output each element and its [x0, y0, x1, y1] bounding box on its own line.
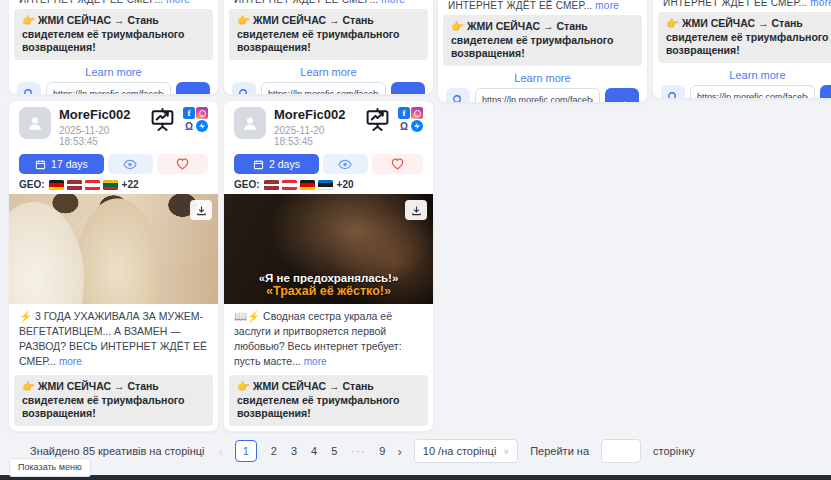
truncated-text-line: ИНТЕРНЕТ ЖДЁТ ЕЁ СМЕР... more: [9, 0, 218, 5]
creative-datetime: 2025-11-20 18:53:45: [59, 125, 141, 147]
page-1-current[interactable]: 1: [235, 440, 257, 462]
stats-board-icon[interactable]: [364, 107, 391, 132]
learn-more-link[interactable]: Learn more: [653, 69, 831, 81]
prev-page-button[interactable]: ‹: [219, 444, 223, 459]
card-actions: 2 days: [224, 154, 433, 174]
more-link[interactable]: more: [59, 356, 82, 367]
open-url-button[interactable]: →: [391, 82, 425, 95]
search-icon[interactable]: [446, 88, 470, 103]
landing-url-row: →: [653, 85, 831, 99]
days-active-button[interactable]: 2 days: [234, 154, 319, 174]
flag-at-icon: [85, 180, 100, 190]
landing-url-input[interactable]: [261, 82, 386, 95]
audience-network-icon[interactable]: Ω: [398, 120, 410, 132]
pagination: Знайдено 85 креативів на сторінці ‹ 1 2 …: [30, 437, 827, 465]
stats-board-icon[interactable]: [149, 107, 176, 132]
favorite-button[interactable]: [372, 154, 423, 174]
creative-datetime: 2025-11-20 18:53:45: [274, 125, 356, 147]
image-captions: «Я не предохранялась!» «Трахай её жёстко…: [224, 272, 433, 298]
download-image-button[interactable]: [405, 200, 427, 220]
avatar: [19, 107, 51, 139]
page-3[interactable]: 3: [291, 445, 297, 457]
landing-url-row: →: [9, 82, 218, 95]
facebook-icon[interactable]: f: [398, 107, 410, 119]
geo-row: GEO: +20: [224, 179, 433, 190]
page-2[interactable]: 2: [271, 445, 277, 457]
open-url-button[interactable]: →: [176, 82, 210, 95]
geo-flags: [264, 180, 333, 190]
instagram-icon[interactable]: [196, 107, 208, 119]
ad-image[interactable]: [9, 194, 218, 304]
truncated-text-line: ИНТЕРНЕТ ЖДЁТ ЕЁ СМЕР... more: [224, 0, 433, 5]
page-name: MoreFic002: [274, 107, 356, 122]
download-image-button[interactable]: [190, 200, 212, 220]
ad-card-partial: ИНТЕРНЕТ ЖДЁТ ЕЁ СМЕР... more 👉 ЖМИ СЕЙЧ…: [8, 0, 219, 95]
flag-lt-icon: [103, 180, 118, 190]
landing-url-input[interactable]: [690, 85, 815, 99]
landing-url-row: →: [438, 88, 647, 103]
favorite-button[interactable]: [157, 154, 208, 174]
more-link[interactable]: more: [381, 0, 405, 5]
creatives-page: ИНТЕРНЕТ ЖДЁТ ЕЁ СМЕР... more 👉 ЖМИ СЕЙЧ…: [0, 0, 831, 480]
messenger-icon[interactable]: [196, 120, 208, 132]
flag-ee-icon: [318, 180, 333, 190]
landing-url-input[interactable]: [46, 82, 171, 95]
flag-at-icon: [282, 180, 297, 190]
pages-ellipsis[interactable]: ···: [351, 445, 365, 457]
learn-more-link[interactable]: Learn more: [224, 66, 433, 78]
truncated-text-line: ИНТЕРНЕТ ЖДЁТ ЕЁ СМЕР... more: [653, 0, 831, 8]
landing-url-row: →: [224, 82, 433, 95]
ad-card: MoreFic002 2025-11-20 18:53:45 f Ω 17 da…: [8, 100, 219, 432]
learn-more-link[interactable]: Learn more: [9, 66, 218, 78]
cta-box: 👉 ЖМИ СЕЙЧАС → Стань свидетелем её триум…: [229, 9, 428, 60]
more-link[interactable]: more: [810, 0, 831, 8]
open-url-button[interactable]: →: [820, 85, 831, 99]
facebook-icon[interactable]: f: [183, 107, 195, 119]
cta-box: 👉 ЖМИ СЕЙЧАС → Стань свидетелем её триум…: [229, 375, 428, 426]
card-actions: 17 days: [9, 154, 218, 174]
card-header: MoreFic002 2025-11-20 18:53:45 f Ω: [224, 107, 433, 147]
next-page-button[interactable]: ›: [397, 444, 401, 459]
instagram-icon[interactable]: [411, 107, 423, 119]
avatar: [234, 107, 266, 139]
search-icon[interactable]: [661, 85, 685, 99]
page-9[interactable]: 9: [379, 445, 385, 457]
flag-lv-icon: [264, 180, 279, 190]
show-menu-button[interactable]: Показать меню: [9, 458, 91, 477]
search-icon[interactable]: [17, 82, 41, 95]
ad-card-partial: ИНТЕРНЕТ ЖДЁТ ЕЁ СМЕР... more 👉 ЖМИ СЕЙЧ…: [223, 0, 434, 95]
geo-label: GEO:: [234, 179, 260, 190]
views-button[interactable]: [108, 154, 153, 174]
geo-flags: [49, 180, 118, 190]
truncated-text: ИНТЕРНЕТ ЖДЁТ ЕЁ СМЕР...: [234, 0, 378, 5]
bottom-edge-bar: [0, 475, 831, 480]
ad-text: 📖⚡ Сводная сестра украла её заслуги и пр…: [224, 304, 433, 369]
goto-label-after: сторінку: [653, 445, 695, 457]
page-5[interactable]: 5: [331, 445, 337, 457]
open-url-button[interactable]: →: [605, 88, 639, 103]
page-4[interactable]: 4: [311, 445, 317, 457]
messenger-icon[interactable]: [411, 120, 423, 132]
image-caption-line2: «Трахай её жёстко!»: [224, 284, 433, 298]
learn-more-link[interactable]: Learn more: [438, 72, 647, 84]
page-size-select[interactable]: 10 /на сторінці ∨: [414, 439, 518, 463]
days-active-button[interactable]: 17 days: [19, 154, 104, 174]
more-link[interactable]: more: [595, 0, 619, 11]
more-link[interactable]: more: [304, 356, 327, 367]
ad-image[interactable]: «Я не предохранялась!» «Трахай её жёстко…: [224, 194, 433, 304]
ad-card-partial: ИНТЕРНЕТ ЖДЁТ ЕЁ СМЕР... more 👉 ЖМИ СЕЙЧ…: [437, 0, 648, 103]
truncated-text: ИНТЕРНЕТ ЖДЁТ ЕЁ СМЕР...: [663, 0, 807, 8]
geo-label: GEO:: [19, 179, 45, 190]
search-icon[interactable]: [232, 82, 256, 95]
card-header: MoreFic002 2025-11-20 18:53:45 f Ω: [9, 107, 218, 147]
audience-network-icon[interactable]: Ω: [183, 120, 195, 132]
flag-lv-icon: [67, 180, 82, 190]
geo-more-count: +20: [337, 179, 354, 190]
more-link[interactable]: more: [166, 0, 190, 5]
goto-page-input[interactable]: [601, 439, 641, 463]
landing-url-input[interactable]: [475, 88, 600, 103]
flag-de-icon: [49, 180, 64, 190]
views-button[interactable]: [323, 154, 368, 174]
page-name: MoreFic002: [59, 107, 141, 122]
geo-row: GEO: +22: [9, 179, 218, 190]
